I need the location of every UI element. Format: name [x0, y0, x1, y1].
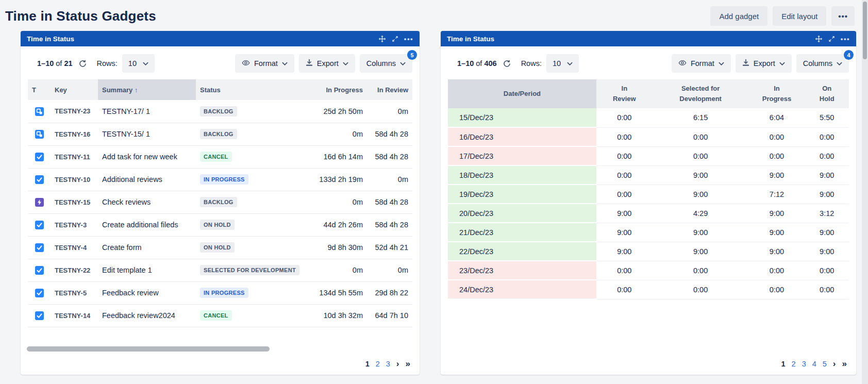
refresh-icon[interactable]: [503, 59, 511, 68]
status-cell: IN PROGRESS: [196, 168, 302, 191]
issue-type-cell: [28, 259, 51, 281]
columns-label: Columns: [366, 59, 396, 68]
rows-per-page-select[interactable]: 10: [122, 54, 155, 73]
edit-layout-button[interactable]: Edit layout: [773, 6, 826, 26]
result-count: 1–10 of 406: [457, 59, 497, 68]
column-header-in-review[interactable]: In Review: [367, 79, 412, 100]
status-badge: BACKLOG: [200, 106, 237, 116]
columns-count-badge: 5: [407, 50, 417, 60]
page-2-link[interactable]: 2: [376, 360, 380, 368]
in-progress-value: 0:00: [748, 280, 805, 299]
in-review-value: 0:00: [596, 280, 653, 299]
next-page-icon[interactable]: ›: [833, 359, 836, 368]
status-cell: BACKLOG: [196, 191, 302, 213]
column-header-type[interactable]: T: [28, 79, 51, 100]
page-4-link[interactable]: 4: [812, 360, 816, 368]
status-badge: IN PROGRESS: [200, 288, 248, 298]
export-button[interactable]: Export: [299, 54, 355, 73]
move-gadget-icon[interactable]: [378, 35, 386, 43]
in-review-value: 0m: [367, 259, 412, 281]
issue-key: TESTNY-22: [51, 259, 98, 281]
gadget-header-icons: •••: [815, 35, 850, 43]
page-3-link[interactable]: 3: [386, 360, 390, 368]
gadget-header: Time in Status •••: [21, 31, 420, 46]
columns-button[interactable]: Columns 5: [360, 54, 412, 73]
column-header-status[interactable]: Status: [196, 79, 302, 100]
in-progress-value: 0:00: [748, 146, 805, 165]
in-progress-value: 6:04: [748, 108, 805, 127]
table-row: TESTNY-16 TESTNY-15/ 1 BACKLOG 0m 58d 4h…: [28, 123, 412, 145]
status-cell: SELECTED FOR DEVELOPMENT: [196, 259, 302, 281]
issue-type-cell: [28, 191, 51, 213]
issue-key: TESTNY-15: [51, 191, 98, 213]
page-1-current[interactable]: 1: [365, 360, 370, 368]
issue-summary: Check reviews: [98, 191, 196, 213]
format-button[interactable]: Format: [235, 54, 294, 73]
page-1-current[interactable]: 1: [781, 360, 785, 368]
on-hold-value: 3:12: [805, 204, 849, 223]
task-icon: [35, 175, 44, 184]
table-row: 18/Dec/23 0:00 9:00 9:00 9:00: [448, 165, 849, 185]
window-scrollbar-thumb[interactable]: [863, 2, 867, 59]
rows-per-page-select[interactable]: 10: [546, 54, 579, 73]
chevron-down-icon: [282, 59, 288, 68]
dashboard-more-button[interactable]: •••: [831, 6, 855, 26]
columns-button[interactable]: Columns 4: [796, 54, 849, 73]
status-cell: ON HOLD: [196, 213, 302, 236]
selected-for-development-value: 0:00: [653, 261, 749, 280]
expand-gadget-icon[interactable]: [392, 36, 398, 42]
table-row: TESTNY-5 Feedback review IN PROGRESS 134…: [28, 281, 412, 304]
in-review-value: 0:00: [596, 261, 653, 280]
on-hold-value: 0:00: [805, 127, 849, 146]
status-badge: CANCEL: [200, 152, 232, 162]
column-header-in-progress[interactable]: In Progress: [748, 79, 805, 108]
selected-for-development-value: 9:00: [653, 185, 749, 204]
table-row: 16/Dec/23 0:00 0:00 0:00 0:00: [448, 127, 849, 146]
gadget-issues-time-in-status: Time in Status ••• 1–10 of 21 Rows: 10 F…: [21, 31, 420, 375]
status-cell: BACKLOG: [196, 123, 302, 145]
in-review-value: 29d 8h 22: [367, 281, 412, 304]
page-5-link[interactable]: 5: [823, 360, 827, 368]
selected-for-development-value: 0:00: [653, 127, 749, 146]
in-progress-value: 7:12: [748, 185, 805, 204]
task-icon: [35, 221, 44, 229]
gadget-panels: Time in Status ••• 1–10 of 21 Rows: 10 F…: [0, 30, 868, 375]
table-header-row: T Key Summary ↑ Status In Progress In Re…: [28, 79, 412, 100]
column-header-in-review[interactable]: In Review: [596, 79, 653, 108]
issue-key: TESTNY-4: [51, 236, 98, 259]
on-hold-value: 9:00: [805, 242, 849, 261]
pagination: 1 2 3 4 5 › »: [781, 359, 847, 368]
column-header-on-hold[interactable]: On Hold: [805, 79, 849, 108]
column-header-in-progress[interactable]: In Progress: [302, 79, 367, 100]
format-button[interactable]: Format: [672, 54, 731, 73]
columns-label: Columns: [803, 59, 832, 68]
column-header-date-period[interactable]: Date/Period: [448, 79, 596, 108]
expand-gadget-icon[interactable]: [828, 36, 835, 42]
task-icon: [35, 266, 44, 275]
selected-for-development-value: 9:00: [653, 165, 749, 185]
window-scrollbar: [862, 0, 868, 384]
move-gadget-icon[interactable]: [815, 35, 823, 43]
last-page-icon[interactable]: »: [842, 359, 847, 368]
last-page-icon[interactable]: »: [406, 359, 410, 368]
next-page-icon[interactable]: ›: [396, 359, 399, 368]
column-header-selected-for-development[interactable]: Selected for Development: [653, 79, 749, 108]
column-header-key[interactable]: Key: [51, 79, 98, 100]
gadget-more-icon[interactable]: •••: [841, 36, 850, 42]
date-period-cell: 18/Dec/23: [448, 165, 596, 185]
page-2-link[interactable]: 2: [792, 360, 796, 368]
column-header-summary[interactable]: Summary ↑: [98, 79, 196, 100]
rows-label: Rows:: [521, 59, 542, 68]
gadget-more-icon[interactable]: •••: [404, 36, 413, 42]
chevron-down-icon: [837, 59, 842, 68]
gadget-toolbar: 1–10 of 406 Rows: 10 Format Export: [441, 46, 856, 79]
refresh-icon[interactable]: [78, 59, 87, 68]
dates-table: Date/Period In Review Selected for Devel…: [448, 79, 849, 299]
status-badge: ON HOLD: [200, 242, 235, 253]
horizontal-scrollbar-thumb[interactable]: [27, 346, 270, 352]
export-button[interactable]: Export: [736, 54, 792, 73]
in-progress-value: 0m: [302, 259, 367, 281]
add-gadget-button[interactable]: Add gadget: [710, 6, 767, 26]
toolbar-buttons: Format Export Columns 4: [672, 54, 849, 73]
page-3-link[interactable]: 3: [802, 360, 806, 368]
